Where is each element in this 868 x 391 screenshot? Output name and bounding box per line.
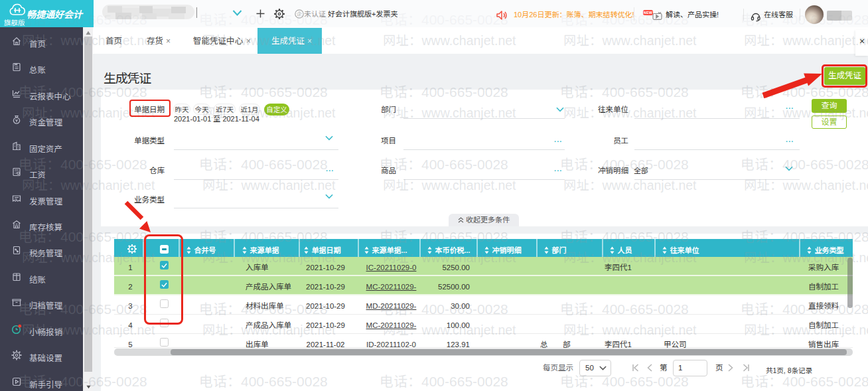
svg-text:企: 企 (297, 10, 302, 17)
